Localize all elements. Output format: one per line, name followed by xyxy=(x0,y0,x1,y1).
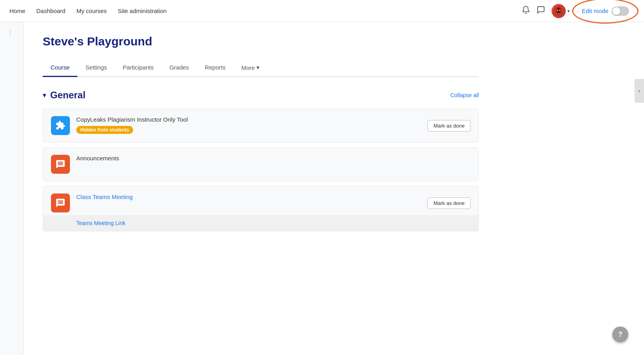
avatar xyxy=(552,4,566,18)
tab-grades[interactable]: Grades xyxy=(162,59,197,77)
svg-point-4 xyxy=(559,9,561,11)
tab-reports[interactable]: Reports xyxy=(197,59,233,77)
hidden-from-students-badge: Hidden from students xyxy=(76,126,133,134)
avatar-dropdown-icon: ▾ xyxy=(567,8,570,14)
messages-icon[interactable] xyxy=(537,6,545,16)
activity-card-announcements: Announcements xyxy=(43,147,479,181)
tab-course[interactable]: Course xyxy=(43,59,77,77)
teams-meeting-sub-content: Teams Meeting Link xyxy=(43,215,479,231)
nav-home[interactable]: Home xyxy=(9,8,25,14)
scrollbar-area xyxy=(498,22,504,355)
section-title-wrapper: ▾ General xyxy=(43,90,85,101)
teams-meeting-info: Class Teams Meeting xyxy=(76,193,421,200)
teams-meeting-name[interactable]: Class Teams Meeting xyxy=(76,193,421,200)
nav-links: Home Dashboard My courses Site administr… xyxy=(9,8,167,14)
section-chevron-icon[interactable]: ▾ xyxy=(43,91,46,100)
copyleaks-info: CopyLeaks Plagiarism Instructor Only Too… xyxy=(76,116,421,134)
announcements-icon xyxy=(51,155,70,174)
teams-meeting-icon xyxy=(51,193,70,212)
top-navigation: Home Dashboard My courses Site administr… xyxy=(0,0,644,22)
section-title: General xyxy=(50,90,85,101)
edit-mode-toggle[interactable] xyxy=(612,6,629,16)
help-icon: ? xyxy=(618,331,623,339)
user-avatar-wrapper[interactable]: ▾ xyxy=(552,4,570,18)
main-layout: ... Steve's Playground Course Settings P… xyxy=(0,22,644,355)
activity-inner-copyleaks: CopyLeaks Plagiarism Instructor Only Too… xyxy=(51,116,421,135)
toggle-knob xyxy=(612,7,620,15)
sidebar-toggle-button[interactable]: ‹ xyxy=(635,79,644,103)
sidebar-dots: ... xyxy=(8,30,15,38)
more-tab-label: More xyxy=(241,64,255,71)
sidebar-toggle-icon: ‹ xyxy=(638,88,640,94)
teams-meeting-mark-done-button[interactable]: Mark as done xyxy=(427,197,471,209)
activity-inner-teams-meeting: Class Teams Meeting xyxy=(51,193,421,212)
activity-card-copyleaks: CopyLeaks Plagiarism Instructor Only Too… xyxy=(43,109,479,143)
svg-point-3 xyxy=(557,9,558,11)
teams-meeting-link-label[interactable]: Teams Meeting Link xyxy=(76,220,126,226)
nav-right: ▾ Edit mode xyxy=(522,2,635,20)
more-dropdown-icon: ▾ xyxy=(256,64,260,71)
activity-inner-announcements: Announcements xyxy=(51,155,471,174)
nav-dashboard[interactable]: Dashboard xyxy=(36,8,65,14)
course-tabs: Course Settings Participants Grades Repo… xyxy=(43,59,479,77)
edit-mode-label: Edit mode xyxy=(582,8,608,14)
page-title: Steve's Playground xyxy=(43,35,479,48)
left-sidebar: ... xyxy=(0,22,24,355)
svg-rect-2 xyxy=(557,12,561,13)
copyleaks-mark-done-button[interactable]: Mark as done xyxy=(427,120,471,131)
main-content: Steve's Playground Course Settings Parti… xyxy=(24,22,498,355)
announcements-info: Announcements xyxy=(76,155,471,162)
collapse-all-button[interactable]: Collapse all xyxy=(450,92,479,98)
copyleaks-name: CopyLeaks Plagiarism Instructor Only Too… xyxy=(76,116,421,123)
tab-participants[interactable]: Participants xyxy=(115,59,162,77)
edit-mode-container: Edit mode xyxy=(576,2,635,20)
tab-settings[interactable]: Settings xyxy=(77,59,115,77)
copyleaks-icon xyxy=(51,116,70,135)
tab-more[interactable]: More ▾ xyxy=(233,59,267,77)
section-general-header: ▾ General Collapse all xyxy=(43,90,479,101)
notifications-icon[interactable] xyxy=(522,6,530,16)
help-button[interactable]: ? xyxy=(612,327,628,342)
nav-site-administration[interactable]: Site administration xyxy=(118,8,166,14)
announcements-name: Announcements xyxy=(76,155,471,162)
nav-my-courses[interactable]: My courses xyxy=(76,8,107,14)
